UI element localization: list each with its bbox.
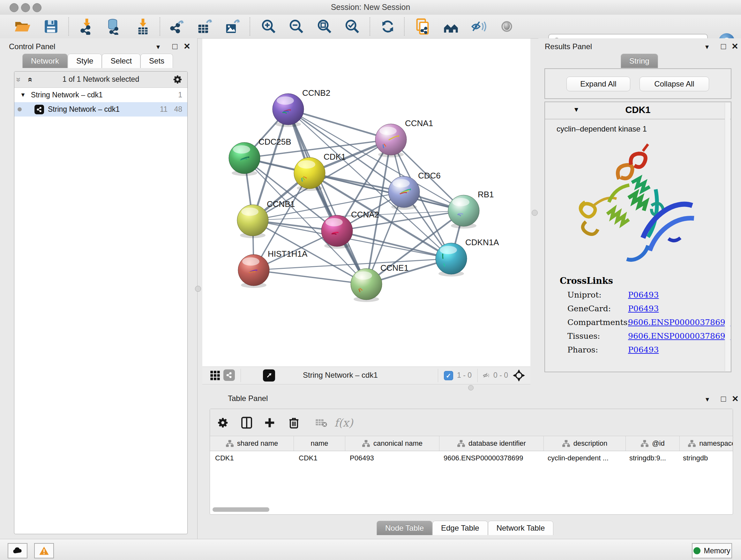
selected-checkbox-icon[interactable]: ✓ (444, 371, 453, 380)
tab-edge-table[interactable]: Edge Table (432, 521, 488, 535)
network-row-selected[interactable]: String Network – cdk1 11 48 (14, 102, 187, 117)
network-from-clipboard-button[interactable] (414, 17, 431, 36)
table-cell[interactable]: CDK1 (293, 451, 345, 465)
import-table-file-button[interactable] (134, 17, 152, 36)
table-cell[interactable]: stringdb (678, 451, 733, 465)
fit-content-crosshair-icon[interactable] (513, 369, 525, 382)
close-panel-icon[interactable]: ✕ (731, 42, 738, 51)
import-network-database-button[interactable] (105, 17, 123, 36)
results-actions-box: Expand All Collapse All (544, 68, 731, 99)
export-table-icon (196, 18, 212, 35)
float-panel-icon[interactable]: ▾ (705, 396, 709, 403)
float-panel-icon[interactable]: ▾ (705, 44, 709, 51)
toggle-view-button[interactable] (498, 17, 516, 36)
table-cell[interactable]: CDK1 (210, 451, 293, 465)
zoom-selected-button[interactable] (343, 17, 361, 36)
string-home-button[interactable] (442, 17, 460, 36)
maximize-panel-icon[interactable]: □ (172, 42, 178, 51)
tab-select[interactable]: Select (102, 54, 140, 68)
svg-text:HIST1H1A: HIST1H1A (268, 249, 308, 259)
export-network-button[interactable] (167, 17, 185, 36)
uniprot-link[interactable]: P06493 (628, 290, 659, 300)
maximize-panel-icon[interactable]: □ (721, 395, 726, 403)
hidden-counts: 0 - 0 (493, 371, 508, 380)
column-header-shared-name[interactable]: shared name (210, 436, 294, 451)
expand-all-button[interactable]: Expand All (566, 77, 630, 91)
network-view-share-icon[interactable] (223, 369, 235, 381)
table-hscrollbar[interactable] (212, 507, 269, 512)
network-node-RB1[interactable]: RB1 (448, 190, 494, 229)
save-session-button[interactable] (42, 17, 60, 36)
column-header-name[interactable]: name (294, 436, 345, 451)
collapse-all-button[interactable]: Collapse All (639, 77, 709, 91)
hide-unhide-button[interactable] (470, 17, 488, 36)
memory-button[interactable]: Memory (692, 543, 732, 558)
hidden-eye-icon[interactable] (482, 371, 491, 380)
column-header-description[interactable]: description (544, 436, 626, 451)
tab-sets[interactable]: Sets (140, 54, 173, 68)
table-cell[interactable]: 9606.ENSP00000378699 (439, 451, 542, 465)
svg-text:CDK1: CDK1 (324, 152, 346, 162)
network-canvas[interactable]: CCNB2CCNA1CDC25BCDK1CDC6RB1CCNB1CCNA2CDK… (202, 38, 530, 367)
network-node-HIST1H1A[interactable]: HIST1H1A (238, 249, 308, 288)
refresh-button[interactable] (379, 17, 397, 36)
close-panel-icon[interactable]: ✕ (184, 42, 191, 51)
export-table-button[interactable] (195, 17, 213, 36)
left-splitter-handle[interactable] (195, 286, 201, 292)
tab-network-table[interactable]: Network Table (488, 521, 554, 535)
table-cell[interactable]: P06493 (345, 451, 439, 465)
cloud-status-button[interactable] (8, 543, 27, 558)
crosslink-row: GeneCard:P06493 (567, 304, 731, 313)
network-node-CDKN1A[interactable]: CDKN1A (435, 238, 499, 276)
tree-expand-icon[interactable]: ▼ (20, 91, 26, 98)
toolbar-separator (404, 17, 405, 36)
column-header-namespace[interactable]: namespace (680, 436, 733, 451)
network-collection-row[interactable]: ▼ String Network – cdk1 1 (14, 88, 187, 102)
gene-header-row[interactable]: ▼ CDK1 (545, 102, 731, 119)
compartments-link[interactable]: 9606.ENSP00000378699 (628, 318, 731, 327)
zoom-fit-icon (316, 18, 333, 35)
network-list-box: » » 1 of 1 Network selected ▼ String Net… (14, 71, 188, 534)
column-type-icon (641, 440, 649, 447)
network-options-gear-icon[interactable] (173, 74, 183, 84)
network-node-CDK1[interactable]: CDK1 (294, 152, 346, 191)
right-splitter-handle[interactable] (532, 210, 538, 216)
memory-label: Memory (704, 547, 730, 555)
import-network-file-button[interactable] (78, 17, 96, 36)
tab-style[interactable]: Style (68, 54, 102, 68)
birds-eye-view-icon[interactable] (263, 369, 275, 381)
zoom-in-button[interactable] (260, 17, 278, 36)
column-header-canonical-name[interactable]: canonical name (345, 436, 440, 451)
table-cell[interactable]: cyclin-dependent ... (542, 451, 624, 465)
table-row[interactable]: CDK1CDK1P064939606.ENSP00000378699cyclin… (210, 451, 733, 465)
create-column-plus-icon[interactable] (261, 414, 278, 431)
maximize-panel-icon[interactable]: □ (721, 42, 726, 51)
memory-status-dot-icon (693, 547, 700, 554)
tab-network[interactable]: Network (22, 54, 68, 68)
open-session-button[interactable] (13, 17, 31, 36)
export-image-button[interactable] (223, 17, 241, 36)
warnings-button[interactable] (34, 543, 54, 558)
tissues-link[interactable]: 9606.ENSP00000378699 (628, 331, 731, 341)
pharos-link[interactable]: P06493 (628, 345, 659, 354)
function-builder-button[interactable]: f(x) (335, 414, 352, 431)
zoom-out-button[interactable] (287, 17, 306, 36)
genecard-link[interactable]: P06493 (628, 304, 659, 313)
results-scrollbar[interactable] (725, 103, 730, 371)
delete-table-icon[interactable] (313, 414, 330, 431)
column-header-database-identifier[interactable]: database identifier (440, 436, 544, 451)
tab-string[interactable]: String (621, 54, 658, 68)
close-panel-icon[interactable]: ✕ (732, 395, 739, 403)
table-cell[interactable]: stringdb:9... (624, 451, 678, 465)
bottom-splitter-handle[interactable] (468, 385, 474, 390)
export-network-icon (168, 18, 185, 35)
float-panel-icon[interactable]: ▾ (156, 44, 160, 51)
delete-column-trash-icon[interactable] (285, 414, 302, 431)
table-options-gear-icon[interactable] (214, 414, 232, 431)
network-node-CCNA1[interactable]: CCNA1 (375, 118, 433, 158)
column-header--id[interactable]: @id (626, 436, 680, 451)
tab-node-table[interactable]: Node Table (377, 521, 432, 535)
grid-view-icon[interactable] (210, 370, 220, 381)
zoom-fit-button[interactable] (316, 17, 333, 36)
show-columns-icon[interactable] (238, 414, 255, 431)
